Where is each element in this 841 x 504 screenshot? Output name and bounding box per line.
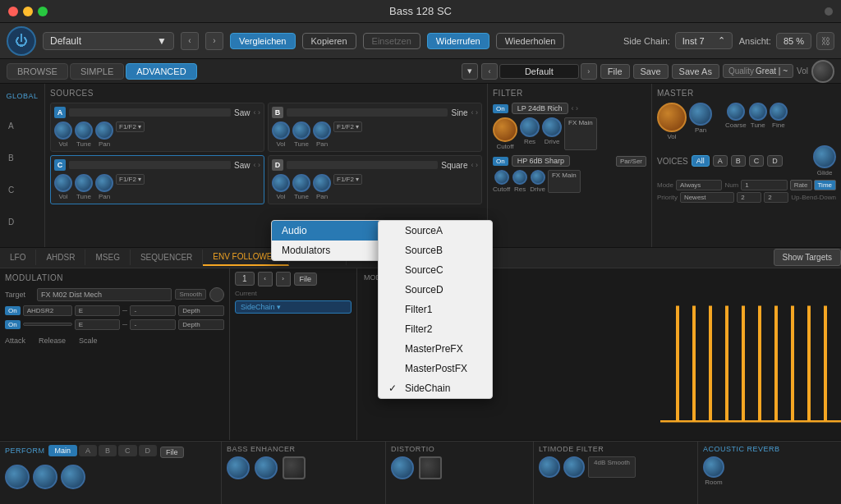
- voices-all-btn[interactable]: All: [692, 155, 710, 167]
- mod-tab-lfo[interactable]: LFO: [0, 250, 36, 265]
- source-a-f1f2-dropdown[interactable]: F1/F2 ▾: [116, 121, 145, 132]
- compare-button[interactable]: Vergleichen: [230, 33, 296, 49]
- tab-simple[interactable]: SIMPLE: [70, 63, 124, 80]
- bass-knob2[interactable]: [255, 456, 278, 479]
- dropdown-arrow-btn[interactable]: ▾: [462, 63, 478, 80]
- mod-row1-on-button[interactable]: On: [5, 306, 21, 315]
- filter2-drive-knob[interactable]: [531, 170, 545, 185]
- master-vol-knob[interactable]: [657, 103, 687, 132]
- filter1-cutoff-knob[interactable]: [493, 117, 517, 142]
- tab-advanced[interactable]: ADVANCED: [126, 63, 196, 80]
- save-as-button[interactable]: Save As: [672, 64, 719, 79]
- source-c-pan-knob[interactable]: [95, 174, 113, 192]
- sub-menu-master-postfx[interactable]: MasterPostFX: [379, 359, 492, 378]
- perform-file-button[interactable]: File: [160, 447, 184, 458]
- sidechain-dropdown[interactable]: Inst 7 ⌃: [675, 32, 733, 49]
- preset-dropdown[interactable]: Default ▼: [43, 32, 174, 50]
- source-a-pan-knob[interactable]: [95, 121, 113, 140]
- reverb-room-knob[interactable]: [703, 456, 724, 478]
- filter1-drive-knob[interactable]: [542, 117, 562, 137]
- voices-num-dropdown[interactable]: 1: [741, 180, 787, 190]
- voices-c-btn[interactable]: C: [749, 155, 765, 167]
- perform-knob2[interactable]: [33, 465, 57, 489]
- filter2-fx-select[interactable]: FX Main: [548, 170, 581, 193]
- voices-mode-dropdown[interactable]: Always: [676, 180, 722, 190]
- master-coarse-knob[interactable]: [727, 103, 745, 121]
- zoom-control[interactable]: 85 %: [776, 33, 811, 49]
- mod-row1-source-dropdown[interactable]: AHDSR2: [23, 305, 72, 316]
- source-b-vol-knob[interactable]: [272, 121, 290, 140]
- source-a-tune-knob[interactable]: [75, 121, 93, 140]
- voices-val2-dropdown[interactable]: 2: [764, 192, 788, 203]
- source-c-f1f2-dropdown[interactable]: F1/F2 ▾: [116, 174, 145, 185]
- perform-d-tab[interactable]: D: [139, 445, 158, 456]
- lfo-prev-button[interactable]: ‹: [258, 272, 273, 286]
- master-pan-knob[interactable]: [689, 103, 712, 126]
- multimode-knob1[interactable]: [539, 456, 560, 478]
- perform-c-tab[interactable]: C: [118, 445, 137, 456]
- glide-rate-btn[interactable]: Rate: [790, 180, 812, 190]
- sub-menu-source-b[interactable]: SourceB: [379, 241, 492, 260]
- sidechain-select[interactable]: SideChain ▾: [235, 300, 352, 314]
- sub-menu-filter1[interactable]: Filter1: [379, 300, 492, 319]
- chain-icon[interactable]: ⛓: [816, 32, 834, 50]
- source-b-f1f2-dropdown[interactable]: F1/F2 ▾: [333, 121, 362, 132]
- sub-menu-filter2[interactable]: Filter2: [379, 319, 492, 339]
- mod-row1-e-dropdown[interactable]: E: [75, 305, 121, 316]
- source-b-tune-knob[interactable]: [292, 121, 310, 140]
- distortion-knob1[interactable]: [391, 456, 414, 479]
- sub-menu-source-a[interactable]: SourceA: [379, 221, 492, 241]
- mod-row2-dash-dropdown[interactable]: -: [130, 319, 176, 330]
- perform-b-tab[interactable]: B: [99, 445, 117, 456]
- voices-a-btn[interactable]: A: [713, 155, 728, 167]
- source-b-pan-knob[interactable]: [313, 121, 331, 140]
- lfo-file-button[interactable]: File: [294, 273, 318, 286]
- filter1-fx-select[interactable]: FX Main: [564, 117, 597, 150]
- power-button[interactable]: ⏻: [7, 26, 36, 56]
- voices-b-btn[interactable]: B: [731, 155, 746, 167]
- master-tune-knob[interactable]: [749, 103, 767, 121]
- perform-main-tab[interactable]: Main: [48, 445, 78, 456]
- maximize-button[interactable]: [38, 7, 48, 16]
- glide-knob[interactable]: [813, 145, 836, 168]
- filter1-on-button[interactable]: On: [493, 104, 508, 113]
- close-button[interactable]: [8, 7, 18, 16]
- glide-time-btn[interactable]: Time: [814, 180, 836, 190]
- multimode-knob2[interactable]: [563, 456, 585, 478]
- mod-target-input[interactable]: FX M02 Dist Mech: [37, 288, 172, 301]
- source-d-vol-knob[interactable]: [272, 174, 290, 192]
- filter2-type[interactable]: HP 6dB Sharp: [512, 155, 570, 167]
- perform-a-tab[interactable]: A: [79, 445, 97, 456]
- show-targets-button[interactable]: Show Targets: [774, 249, 841, 266]
- voices-priority-dropdown[interactable]: Newest: [680, 192, 734, 203]
- back-nav-button[interactable]: ‹: [181, 32, 199, 50]
- mod-row2-source-dropdown[interactable]: [23, 323, 72, 326]
- save-button[interactable]: Save: [633, 64, 669, 79]
- mod-row2-depth-dropdown[interactable]: Depth: [178, 319, 224, 330]
- redo-button[interactable]: Wiederholen: [496, 33, 565, 49]
- sub-menu-source-d[interactable]: SourceD: [379, 280, 492, 300]
- source-c-vol-knob[interactable]: [54, 174, 72, 192]
- preset-next-button[interactable]: ›: [581, 63, 597, 80]
- lfo-next-button[interactable]: ›: [276, 272, 291, 286]
- mod-row1-depth-dropdown[interactable]: Depth: [178, 305, 224, 316]
- mod-row2-e-dropdown[interactable]: E: [75, 319, 121, 330]
- perform-knob3[interactable]: [61, 465, 85, 489]
- file-button[interactable]: File: [600, 64, 630, 79]
- insert-button[interactable]: Einsetzen: [363, 33, 420, 49]
- par-ser-control[interactable]: Par/Ser: [616, 156, 646, 167]
- bass-knob1[interactable]: [227, 456, 250, 479]
- perform-knob1[interactable]: [5, 465, 30, 489]
- source-a-vol-knob[interactable]: [54, 121, 72, 140]
- mod-tab-mseg[interactable]: MSEG: [85, 250, 130, 265]
- filter1-res-knob[interactable]: [520, 117, 540, 137]
- sub-menu-source-c[interactable]: SourceC: [379, 260, 492, 280]
- filter1-type[interactable]: LP 24dB Rich: [512, 103, 568, 114]
- source-d-pan-knob[interactable]: [313, 174, 331, 192]
- sub-menu-sidechain[interactable]: SideChain: [379, 378, 492, 398]
- source-c-tune-knob[interactable]: [75, 174, 93, 192]
- preset-prev-button[interactable]: ‹: [481, 63, 498, 80]
- minimize-button[interactable]: [23, 7, 33, 16]
- voices-d-btn[interactable]: D: [767, 155, 783, 167]
- forward-nav-button[interactable]: ›: [205, 32, 223, 50]
